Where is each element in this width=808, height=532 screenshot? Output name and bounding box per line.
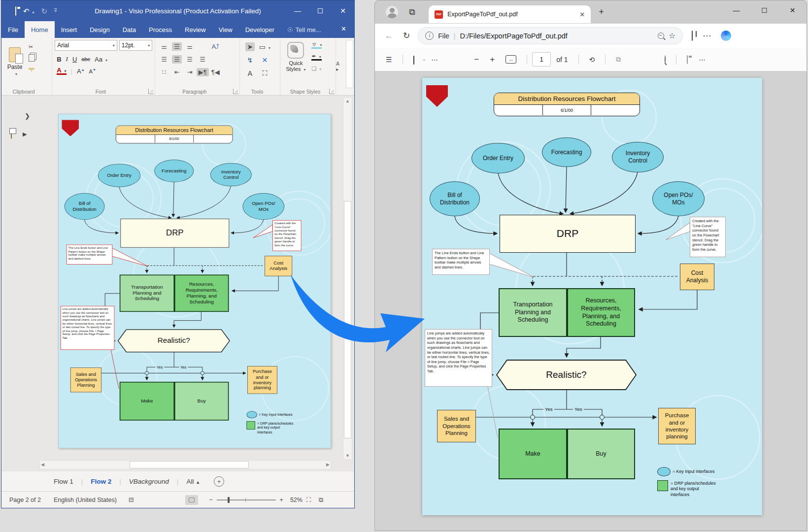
node-purchase[interactable]: Purchase and or inventory planning xyxy=(247,366,277,394)
node-open-pos-mos[interactable]: Open POs/ MOs xyxy=(242,193,284,220)
node-bill-of-distribution[interactable]: Bill of Distribution xyxy=(65,193,105,220)
node-resources[interactable]: Resources, Requirements, Planning, and S… xyxy=(174,275,229,312)
page-indicator[interactable]: Page 2 of 2 xyxy=(9,497,41,503)
page-tab-flow2[interactable]: Flow 2 xyxy=(84,476,118,487)
tab-data[interactable]: Data xyxy=(116,21,142,38)
align-middle-icon[interactable]: ☰ xyxy=(172,42,182,51)
rectangle-tool-icon[interactable]: ▭▾ xyxy=(259,43,270,51)
connection-point-icon[interactable]: ✕ xyxy=(262,56,268,64)
ribbon-scroll-strip[interactable] xyxy=(346,40,353,88)
favorite-star-icon[interactable]: ☆ xyxy=(669,31,675,40)
horizontal-scroll-thumb[interactable] xyxy=(130,461,249,468)
align-left-icon[interactable]: ☰ xyxy=(161,56,167,63)
shrink-font-button[interactable]: A▼ xyxy=(89,68,96,74)
rotate-icon[interactable]: ⟲ xyxy=(589,56,595,64)
fit-width-icon[interactable]: ↔ xyxy=(505,55,516,64)
line-color-icon[interactable]: ✒▾ xyxy=(311,54,322,61)
format-painter-icon[interactable] xyxy=(29,66,34,71)
ribbon-overflow[interactable]: A ▸ xyxy=(336,38,342,95)
align-top-icon[interactable]: ⚌ xyxy=(161,43,167,50)
decrease-indent-icon[interactable]: ⇤ xyxy=(174,68,180,76)
node-inventory-control[interactable]: Inventory Control xyxy=(210,163,252,186)
copy-icon[interactable] xyxy=(29,54,35,62)
fit-page-icon[interactable]: ⛶ xyxy=(306,496,311,504)
back-icon[interactable]: ← xyxy=(385,31,393,41)
copilot-icon[interactable] xyxy=(721,31,731,41)
tab-developer[interactable]: Developer xyxy=(239,21,281,38)
node-cost-analysis[interactable]: Cost Analysis xyxy=(265,256,292,276)
close-button[interactable]: ✕ xyxy=(332,0,354,21)
settings-ellipsis-icon[interactable]: ⋯ xyxy=(703,31,711,41)
strikethrough-button[interactable]: abc xyxy=(81,56,90,62)
presentation-mode-icon[interactable]: 🖵 xyxy=(185,495,199,505)
tab-design[interactable]: Design xyxy=(83,21,116,38)
zoom-in-button[interactable]: + xyxy=(280,497,283,503)
page-number-input[interactable]: 1 xyxy=(532,52,551,66)
tab-file[interactable]: File xyxy=(1,21,25,38)
tab-review[interactable]: Review xyxy=(178,21,212,38)
scroll-left-icon[interactable]: ◀ xyxy=(41,462,44,467)
highlighter-chevron-icon[interactable]: ⌄ xyxy=(423,57,426,62)
align-center-icon[interactable]: ☰ xyxy=(172,55,182,64)
shapes-panel-expand-icon[interactable]: ❯ xyxy=(25,112,30,120)
node-transportation[interactable]: Transportation Planning and Scheduling xyxy=(120,275,174,312)
font-color-button[interactable]: A▾ xyxy=(57,67,66,75)
change-case-button[interactable]: Aa▾ xyxy=(95,56,107,63)
italic-button[interactable]: I xyxy=(66,55,68,63)
justify-icon[interactable]: ☰ xyxy=(200,56,205,63)
pdf-zoom-out-icon[interactable]: − xyxy=(474,55,479,65)
maximize-button[interactable]: ☐ xyxy=(309,0,332,21)
toc-icon[interactable]: ☰ xyxy=(386,56,392,64)
undo-icon[interactable]: ↶▾ xyxy=(23,7,34,15)
edge-maximize-button[interactable]: ☐ xyxy=(750,0,778,20)
node-sales-operations[interactable]: Sales and Operations Planning xyxy=(70,367,101,392)
highlighter-icon[interactable] xyxy=(413,56,414,64)
workspaces-icon[interactable]: ⧉ xyxy=(409,7,415,17)
profile-avatar[interactable] xyxy=(386,6,398,18)
customize-qat-icon[interactable]: ▿̅ xyxy=(54,8,57,13)
page-view-icon[interactable]: ⧉ xyxy=(616,55,621,64)
tab-view[interactable]: View xyxy=(212,21,239,38)
insert-page-icon[interactable]: + xyxy=(214,476,224,487)
zoom-out-button[interactable]: − xyxy=(209,497,212,503)
scroll-down-icon[interactable]: ▼ xyxy=(343,453,352,458)
increase-indent-icon[interactable]: ⇥ xyxy=(187,68,193,76)
bold-button[interactable]: B xyxy=(57,56,61,63)
scroll-up-icon[interactable]: ▲ xyxy=(343,99,352,103)
page-tab-vbackground[interactable]: VBackground xyxy=(122,476,176,487)
horizontal-scrollbar[interactable]: ◀ ▶ xyxy=(39,460,331,469)
close-drawing-icon[interactable]: ✕ xyxy=(341,25,346,33)
node-drp[interactable]: DRP xyxy=(120,219,229,248)
edge-close-button[interactable]: ✕ xyxy=(778,0,807,20)
quick-styles-button[interactable]: Quick Styles▾ xyxy=(283,42,308,72)
title-banner[interactable]: Distribution Resources Flowchart 6/1/00 xyxy=(116,126,233,144)
redo-icon[interactable]: ↻ xyxy=(41,7,48,15)
tab-close-icon[interactable]: ✕ xyxy=(579,11,585,18)
new-tab-icon[interactable]: + xyxy=(599,7,604,17)
paragraph-dialog-launcher[interactable]: ◿ xyxy=(233,89,238,94)
node-order-entry[interactable]: Order Entry xyxy=(98,164,140,187)
callout-line-ends[interactable]: The Line Ends button and Line Pattern bu… xyxy=(67,245,113,265)
grow-font-button[interactable]: A▲ xyxy=(77,67,85,75)
page-tab-all[interactable]: All ▲ xyxy=(179,476,207,487)
pdf-zoom-in-icon[interactable]: + xyxy=(490,55,495,65)
cut-icon[interactable]: ✂ xyxy=(29,44,35,50)
fill-color-icon[interactable]: 🜄▾ xyxy=(311,42,322,49)
drawing-canvas[interactable]: ❯ ▶ xyxy=(2,96,354,471)
info-icon[interactable]: i xyxy=(425,32,434,40)
save-icon[interactable] xyxy=(15,7,16,15)
node-forecasting[interactable]: Forecasting xyxy=(154,160,194,182)
text-tool-icon[interactable]: A xyxy=(248,69,252,77)
font-size-select[interactable]: 12pt.▾ xyxy=(119,40,152,51)
stencil-icon[interactable] xyxy=(11,131,12,138)
paste-button[interactable]: Paste ▾ xyxy=(4,40,26,83)
minimize-button[interactable]: — xyxy=(286,0,309,21)
connector-tool-icon[interactable]: ↯ xyxy=(247,56,253,64)
rtl-icon[interactable]: ¶◀ xyxy=(211,68,220,76)
align-bottom-icon[interactable]: ⚌ xyxy=(187,43,193,50)
font-dialog-launcher[interactable]: ◿ xyxy=(148,89,154,94)
address-bar[interactable]: i File | D:/Files/ExportPageToPdf_out.pd… xyxy=(418,27,683,44)
scroll-right-icon[interactable]: ▶ xyxy=(326,462,330,467)
node-realistic[interactable]: Realistic? xyxy=(118,329,230,352)
language-indicator[interactable]: English (United States) xyxy=(54,497,117,503)
